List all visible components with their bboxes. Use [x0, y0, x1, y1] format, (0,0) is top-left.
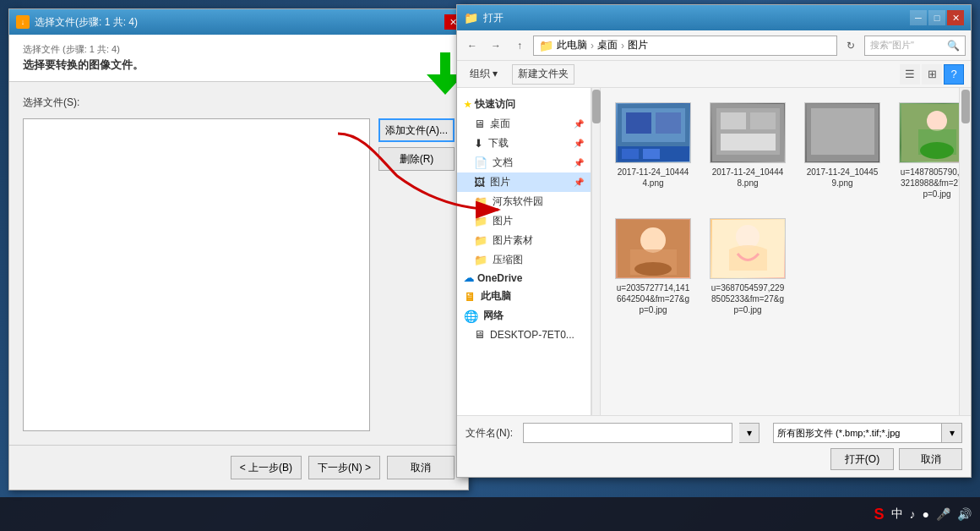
address-folder-icon: 📁: [539, 39, 553, 52]
file-item[interactable]: 2017-11-24_104459.png: [798, 96, 886, 205]
wizard-instruction: 选择要转换的图像文件。: [23, 57, 455, 73]
onedrive-icon: ☁: [464, 272, 474, 284]
address-part-3: 图片: [628, 38, 648, 52]
open-title-icon: 📁: [464, 11, 478, 25]
taskbar-s-icon[interactable]: S: [874, 506, 885, 523]
nav-device[interactable]: 🖥 DESKTOP-7ET0...: [457, 326, 591, 343]
nav-folder-1[interactable]: 📁 河东软件园: [457, 192, 591, 211]
svg-point-23: [640, 227, 666, 253]
up-button[interactable]: ↑: [509, 36, 530, 56]
file-item[interactable]: u=3687054597,2298505233&fm=27&gp=0.jpg: [704, 212, 792, 321]
open-cancel-button[interactable]: 取消: [899, 448, 962, 470]
file-name: u=3687054597,2298505233&fm=27&gp=0.jpg: [710, 282, 786, 315]
file-item[interactable]: 2017-11-24_104448.png: [704, 96, 792, 205]
svg-point-19: [927, 111, 947, 131]
maximize-button[interactable]: □: [928, 10, 945, 25]
svg-point-27: [736, 225, 760, 249]
refresh-button[interactable]: ↻: [841, 36, 861, 56]
file-item[interactable]: u=2035727714,1416642504&fm=27&gp=0.jpg: [609, 212, 697, 321]
documents-icon: 📄: [474, 156, 487, 169]
minimize-button[interactable]: ─: [910, 10, 927, 25]
close-button[interactable]: ✕: [947, 10, 964, 25]
svg-rect-13: [750, 112, 776, 129]
open-button[interactable]: 打开(O): [830, 448, 894, 470]
svg-rect-12: [721, 112, 746, 129]
remove-file-button[interactable]: 删除(R): [378, 147, 455, 171]
wizard-listbox[interactable]: [23, 118, 370, 431]
wizard-titlebar: ↓ 选择文件(步骤: 1 共: 4) ✕: [9, 9, 468, 35]
search-bar[interactable]: 搜索"图片" 🔍: [864, 36, 966, 56]
svg-rect-17: [811, 108, 874, 155]
file-grid: 2017-11-24_104444.png 2017-11-24_104448: [601, 88, 959, 415]
nav-folder-2[interactable]: 📁 图片: [457, 211, 591, 231]
folder-icon-3: 📁: [474, 234, 487, 247]
svg-rect-5: [626, 112, 651, 134]
file-name: 2017-11-24_104459.png: [804, 167, 880, 189]
file-thumbnail: [710, 102, 786, 163]
wizard-header: 选择文件 (步骤: 1 共: 4) 选择要转换的图像文件。: [9, 35, 468, 82]
wizard-cancel-button[interactable]: 取消: [387, 456, 455, 479]
nav-pictures[interactable]: 🖼 图片 📌: [457, 172, 591, 192]
add-file-button[interactable]: 添加文件(A)...: [378, 118, 455, 142]
file-name: 2017-11-24_104448.png: [710, 167, 786, 189]
nav-documents[interactable]: 📄 文档 📌: [457, 153, 591, 172]
open-dialog-titlebar: 📁 打开 ─ □ ✕: [457, 5, 971, 30]
filename-input[interactable]: [523, 423, 732, 443]
nav-panel-container: ★ 快速访问 🖥 桌面 📌 ⬇ 下载 📌 📄 文档 📌: [457, 88, 601, 415]
device-icon: 🖥: [474, 328, 485, 341]
file-item[interactable]: u=1487805790,8173218988&fm=27&gp=0.jpg: [893, 96, 959, 205]
nav-onedrive[interactable]: ☁ OneDrive: [457, 270, 591, 287]
wizard-action-buttons: 添加文件(A)... 删除(R): [378, 118, 455, 431]
forward-button[interactable]: →: [486, 36, 506, 56]
nav-scrollbar-thumb: [592, 90, 601, 123]
nav-downloads[interactable]: ⬇ 下载 📌: [457, 134, 591, 153]
this-pc-icon: 🖥: [464, 290, 476, 304]
taskbar-lang-icon[interactable]: 中: [891, 506, 903, 522]
open-dialog-titlebar-buttons: ─ □ ✕: [910, 10, 964, 25]
view-grid-button[interactable]: ⊞: [922, 64, 942, 85]
new-folder-button[interactable]: 新建文件夹: [512, 64, 574, 85]
filetype-dropdown[interactable]: ▾: [942, 423, 962, 443]
nav-quick-access[interactable]: ★ 快速访问: [457, 95, 591, 114]
filename-row: 文件名(N): ▾ 所有图形文件 (*.bmp;*.tif;*.jpg ▾: [466, 423, 962, 443]
filename-dropdown[interactable]: ▾: [739, 423, 760, 443]
taskbar-icons: S 中 ♪ ● 🎤 🔊: [874, 506, 972, 523]
file-thumbnail: [615, 102, 691, 163]
prev-step-button[interactable]: < 上一步(B): [231, 456, 302, 479]
open-content: ★ 快速访问 🖥 桌面 📌 ⬇ 下载 📌 📄 文档 📌: [457, 88, 971, 415]
open-actionbar: 组织 ▾ 新建文件夹 ☰ ⊞ ?: [457, 61, 971, 88]
view-options: ☰ ⊞ ?: [900, 64, 964, 85]
taskbar-music-icon[interactable]: ♪: [910, 507, 916, 521]
open-dialog-title: 打开: [483, 11, 504, 25]
nav-folder-3[interactable]: 📁 图片素材: [457, 231, 591, 250]
address-part-1: 此电脑: [557, 38, 587, 52]
network-icon: 🌐: [464, 309, 478, 323]
organize-button[interactable]: 组织 ▾: [464, 64, 504, 85]
taskbar-mic-icon[interactable]: 🎤: [936, 507, 950, 521]
file-grid-scrollbar[interactable]: [959, 88, 971, 415]
wizard-file-area: 添加文件(A)... 删除(R): [23, 118, 455, 431]
file-name: u=2035727714,1416642504&fm=27&gp=0.jpg: [615, 282, 691, 315]
open-dialog-bottom: 文件名(N): ▾ 所有图形文件 (*.bmp;*.tif;*.jpg ▾ 打开…: [457, 415, 971, 477]
wizard-body: 选择文件(S): 添加文件(A)... 删除(R): [9, 82, 468, 445]
next-step-button[interactable]: 下一步(N) >: [308, 456, 380, 479]
help-button[interactable]: ?: [944, 64, 964, 85]
wizard-dialog: ↓ 选择文件(步骤: 1 共: 4) ✕ 选择文件 (步骤: 1 共: 4) 选…: [8, 8, 469, 490]
view-list-button[interactable]: ☰: [900, 64, 920, 85]
wizard-footer: < 上一步(B) 下一步(N) > 取消: [9, 445, 468, 490]
nav-scrollbar[interactable]: [591, 88, 600, 415]
file-name: u=1487805790,8173218988&fm=27&gp=0.jpg: [899, 167, 959, 200]
back-button[interactable]: ←: [462, 36, 482, 56]
nav-network[interactable]: 🌐 网络: [457, 306, 591, 326]
address-bar[interactable]: 📁 此电脑 › 桌面 › 图片: [533, 36, 837, 56]
file-item[interactable]: 2017-11-24_104444.png: [609, 96, 697, 205]
wizard-titlebar-left: ↓ 选择文件(步骤: 1 共: 4): [16, 15, 138, 30]
filetype-select[interactable]: 所有图形文件 (*.bmp;*.tif;*.jpg: [773, 423, 942, 443]
nav-this-pc[interactable]: 🖥 此电脑: [457, 287, 591, 306]
taskbar-speaker-icon[interactable]: 🔊: [957, 507, 972, 521]
nav-folder-4[interactable]: 📁 压缩图: [457, 250, 591, 270]
wizard-title-text: 选择文件(步骤: 1 共: 4): [35, 15, 138, 30]
taskbar-dot-icon[interactable]: ●: [923, 507, 929, 521]
nav-desktop[interactable]: 🖥 桌面 📌: [457, 114, 591, 134]
svg-rect-6: [656, 112, 681, 134]
